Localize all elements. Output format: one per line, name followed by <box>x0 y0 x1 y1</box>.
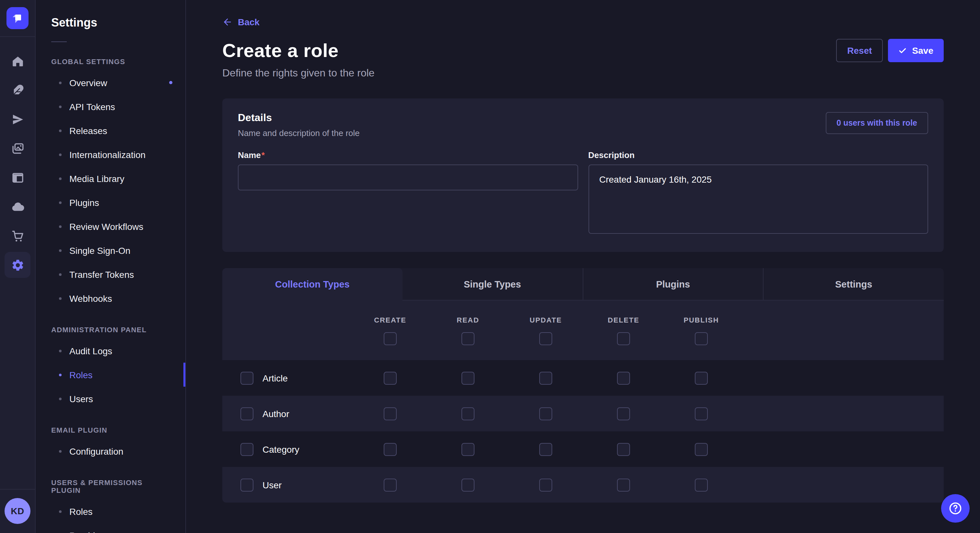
bullet-icon <box>59 201 62 204</box>
bullet-icon <box>59 297 62 300</box>
reset-button[interactable]: Reset <box>836 39 883 62</box>
sidebar-item-roles[interactable]: Roles <box>36 363 185 387</box>
bullet-icon <box>59 273 62 276</box>
select-all-create-checkbox[interactable] <box>384 332 397 345</box>
category-delete-checkbox[interactable] <box>617 443 630 455</box>
sidebar-item-configuration[interactable]: Configuration <box>36 439 185 463</box>
article-update-checkbox[interactable] <box>539 371 552 384</box>
user-update-checkbox[interactable] <box>539 478 552 491</box>
cell-category-update <box>507 443 585 455</box>
select-user-row-checkbox[interactable] <box>240 478 253 491</box>
help-button[interactable] <box>941 494 970 523</box>
sidebar-item-users[interactable]: Users <box>36 387 185 411</box>
article-create-checkbox[interactable] <box>384 371 397 384</box>
user-delete-checkbox[interactable] <box>617 478 630 491</box>
sidebar-item-providers[interactable]: Providers <box>36 523 185 533</box>
sidebar-item-label: Webhooks <box>69 293 175 303</box>
author-create-checkbox[interactable] <box>384 407 397 420</box>
tab-settings[interactable]: Settings <box>763 268 944 300</box>
tab-collection-types[interactable]: Collection Types <box>222 268 402 300</box>
sidebar-section: EMAIL PLUGINConfiguration <box>36 426 185 463</box>
author-update-checkbox[interactable] <box>539 407 552 420</box>
category-create-checkbox[interactable] <box>384 443 397 455</box>
sidebar-item-releases[interactable]: Releases <box>36 119 185 143</box>
rail-layout-button[interactable] <box>5 165 30 190</box>
article-publish-checkbox[interactable] <box>695 371 708 384</box>
sidebar-item-api-tokens[interactable]: API Tokens <box>36 95 185 119</box>
page-title: Create a role <box>222 40 339 61</box>
rail-cart-button[interactable] <box>5 223 30 249</box>
select-all-delete-checkbox[interactable] <box>617 332 630 345</box>
sidebar-sections: GLOBAL SETTINGSOverviewAPI TokensRelease… <box>36 58 185 533</box>
author-publish-checkbox[interactable] <box>695 407 708 420</box>
role-description-textarea[interactable]: Created January 16th, 2025 <box>588 165 928 234</box>
user-read-checkbox[interactable] <box>461 478 474 491</box>
category-update-checkbox[interactable] <box>539 443 552 455</box>
sidebar-item-label: Internationalization <box>69 149 175 160</box>
bullet-icon <box>59 129 62 132</box>
sidebar-item-review-workflows[interactable]: Review Workflows <box>36 214 185 238</box>
cell-author-delete <box>585 407 662 420</box>
save-label: Save <box>912 45 933 56</box>
author-read-checkbox[interactable] <box>461 407 474 420</box>
avatar[interactable]: KD <box>5 498 30 524</box>
role-name-input[interactable] <box>238 165 578 190</box>
rail-feather-button[interactable] <box>5 77 30 103</box>
select-all-update-checkbox[interactable] <box>539 332 552 345</box>
rail-media-library-button[interactable] <box>5 135 30 161</box>
cell-category-read <box>429 443 507 455</box>
tab-plugins[interactable]: Plugins <box>582 268 763 300</box>
bullet-icon <box>59 510 62 512</box>
rail-cloud-button[interactable] <box>5 194 30 219</box>
rail-home-button[interactable] <box>5 48 30 74</box>
home-icon <box>11 54 24 68</box>
sidebar-item-media-library[interactable]: Media Library <box>36 167 185 190</box>
article-read-checkbox[interactable] <box>461 371 474 384</box>
sidebar-header: Settings <box>36 0 185 42</box>
select-category-row-checkbox[interactable] <box>240 443 253 455</box>
cell-author-read <box>429 407 507 420</box>
layout-icon <box>11 171 24 184</box>
user-publish-checkbox[interactable] <box>695 478 708 491</box>
author-delete-checkbox[interactable] <box>617 407 630 420</box>
sidebar-item-internationalization[interactable]: Internationalization <box>36 143 185 167</box>
select-all-read-checkbox[interactable] <box>461 332 474 345</box>
category-read-checkbox[interactable] <box>461 443 474 455</box>
rail-paper-plane-button[interactable] <box>5 106 30 132</box>
feather-icon <box>11 83 24 97</box>
sidebar-item-single-sign-on[interactable]: Single Sign-On <box>36 238 185 262</box>
sidebar-item-transfer-tokens[interactable]: Transfer Tokens <box>36 262 185 286</box>
column-label: CREATE <box>374 316 406 324</box>
tab-single-types[interactable]: Single Types <box>402 268 583 300</box>
sidebar-section: ADMINISTRATION PANELAudit LogsRolesUsers <box>36 326 185 411</box>
details-title: Details <box>238 112 360 124</box>
rail-gear-button[interactable] <box>5 252 30 278</box>
sidebar-item-audit-logs[interactable]: Audit Logs <box>36 339 185 363</box>
row-name-cell: Category <box>222 443 351 455</box>
back-link[interactable]: Back <box>222 17 259 27</box>
users-with-role-button[interactable]: 0 users with this role <box>826 112 928 134</box>
cell-article-publish <box>662 371 740 384</box>
sidebar-item-webhooks[interactable]: Webhooks <box>36 286 185 310</box>
article-delete-checkbox[interactable] <box>617 371 630 384</box>
save-button[interactable]: Save <box>888 39 944 62</box>
cell-category-publish <box>662 443 740 455</box>
arrow-left-icon <box>222 17 233 27</box>
column-label: DELETE <box>608 316 639 324</box>
media-library-icon <box>11 141 24 155</box>
sidebar-item-plugins[interactable]: Plugins <box>36 190 185 214</box>
user-create-checkbox[interactable] <box>384 478 397 491</box>
details-header: Details Name and description of the role… <box>238 112 928 138</box>
select-author-row-checkbox[interactable] <box>240 407 253 420</box>
sidebar-item-overview[interactable]: Overview <box>36 71 185 95</box>
strapi-logo[interactable] <box>6 7 29 29</box>
sidebar-item-label: Media Library <box>69 173 175 184</box>
select-article-row-checkbox[interactable] <box>240 371 253 384</box>
sidebar-item-label: Releases <box>69 125 175 136</box>
sidebar-item-roles[interactable]: Roles <box>36 499 185 523</box>
category-publish-checkbox[interactable] <box>695 443 708 455</box>
bullet-icon <box>59 397 62 400</box>
bullet-icon <box>59 349 62 352</box>
rail-divider <box>0 489 35 490</box>
select-all-publish-checkbox[interactable] <box>695 332 708 345</box>
